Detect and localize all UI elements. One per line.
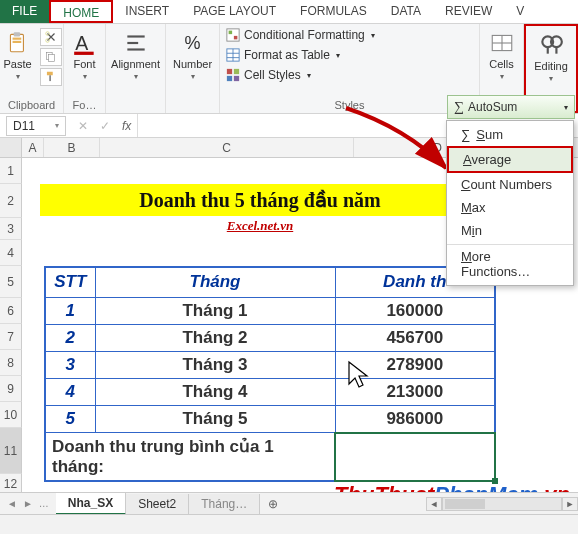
svg-rect-24 [227,76,232,81]
alignment-icon [123,30,149,56]
row-11[interactable]: 11 [0,428,22,474]
sheet-tabs: ◄ ► … Nha_SX Sheet2 Tháng… ⊕ ◄ ► [0,492,578,514]
sheet-nav-more[interactable]: … [36,498,52,509]
svg-rect-25 [234,76,239,81]
font-icon: A [72,30,98,56]
tab-page-layout[interactable]: PAGE LAYOUT [181,0,288,23]
conditional-formatting-button[interactable]: Conditional Formatting▾ [226,28,375,42]
sheet-nav-next[interactable]: ► [20,498,36,509]
brush-icon [44,70,58,84]
autosum-average[interactable]: Average [447,146,573,173]
svg-rect-23 [234,69,239,74]
scroll-thumb[interactable] [445,499,485,509]
chevron-down-icon: ▾ [134,72,138,81]
fx-icon: fx [116,119,137,133]
table-row: 1 Tháng 1 160000 [45,297,495,324]
status-bar [0,514,578,534]
group-number: % Number ▾ [166,24,220,113]
scroll-left-button[interactable]: ◄ [426,497,442,511]
svg-rect-17 [234,36,238,40]
col-a[interactable]: A [22,138,44,157]
tab-review[interactable]: REVIEW [433,0,504,23]
add-sheet-button[interactable]: ⊕ [260,497,286,511]
autosum-more[interactable]: More Functions… [447,244,573,283]
selected-cell-d11[interactable] [335,433,495,482]
chevron-down-icon: ▾ [371,31,375,40]
name-box[interactable]: D11 ▾ [6,116,66,136]
editing-label: Editing [534,60,568,72]
sheet-tab-3[interactable]: Tháng… [189,494,260,514]
svg-text:A: A [75,32,88,54]
col-c[interactable]: C [100,138,354,157]
autosum-sum[interactable]: ∑ Sum [447,123,573,146]
scroll-right-button[interactable]: ► [562,497,578,511]
cond-format-icon [226,28,240,42]
row-6[interactable]: 6 [0,298,22,324]
select-all[interactable] [0,138,22,157]
row-2[interactable]: 2 [0,184,22,218]
autosum-count[interactable]: Count Numbers [447,173,573,196]
tab-insert[interactable]: INSERT [113,0,181,23]
cell-styles-button[interactable]: Cell Styles▾ [226,68,311,82]
paste-icon [5,30,31,56]
chevron-down-icon: ▾ [55,121,59,130]
ribbon-tabs: FILE HOME INSERT PAGE LAYOUT FORMULAS DA… [0,0,578,24]
copy-button[interactable] [40,48,62,66]
col-b[interactable]: B [44,138,100,157]
row-4[interactable]: 4 [0,240,22,266]
table-row: 2 Tháng 2 456700 [45,324,495,351]
table-row: 5 Tháng 5 986000 [45,405,495,433]
row-1[interactable]: 1 [0,158,22,184]
svg-rect-1 [13,32,20,36]
sheet-tab-1[interactable]: Nha_SX [56,493,126,515]
tab-view[interactable]: V [504,0,536,23]
header-thang: Tháng [95,267,335,297]
format-painter-button[interactable] [40,68,62,86]
svg-rect-16 [229,31,233,35]
table-icon [226,48,240,62]
cells-icon [489,30,515,56]
row-3[interactable]: 3 [0,218,22,240]
group-clipboard: Paste ▾ Clipboard [0,24,64,113]
find-icon [538,32,564,58]
chevron-down-icon: ▾ [307,71,311,80]
row-5[interactable]: 5 [0,266,22,298]
svg-rect-8 [46,72,52,76]
subtitle-link: Excel.net.vn [40,218,480,234]
editing-button[interactable]: Editing ▾ [532,30,570,85]
row-9[interactable]: 9 [0,376,22,402]
horizontal-scrollbar[interactable]: ◄ ► [426,497,578,511]
footer-label[interactable]: Doanh thu trung bình của 1 tháng: [45,433,335,482]
alignment-button[interactable]: Alignment ▾ [109,28,162,83]
sheet-tab-2[interactable]: Sheet2 [126,494,189,514]
row-8[interactable]: 8 [0,350,22,376]
autosum-min[interactable]: Min [447,219,573,242]
tab-home[interactable]: HOME [49,0,113,23]
group-alignment: Alignment ▾ [106,24,166,113]
group-font: A Font ▾ Fo… [64,24,106,113]
svg-rect-11 [74,52,94,55]
paste-label: Paste [3,58,31,70]
row-12[interactable]: 12 [0,474,22,494]
chevron-down-icon: ▾ [564,103,568,112]
tab-file[interactable]: FILE [0,0,49,23]
font-button[interactable]: A Font ▾ [70,28,100,83]
chevron-down-icon: ▾ [191,72,195,81]
row-10[interactable]: 10 [0,402,22,428]
paste-button[interactable]: Paste ▾ [1,28,33,83]
svg-rect-7 [48,55,54,62]
number-button[interactable]: % Number ▾ [171,28,214,83]
svg-rect-3 [12,41,21,43]
row-7[interactable]: 7 [0,324,22,350]
autosum-max[interactable]: Max [447,196,573,219]
clipboard-label: Clipboard [8,97,55,111]
tab-formulas[interactable]: FORMULAS [288,0,379,23]
autosum-button[interactable]: ∑ AutoSum ▾ [447,95,575,119]
format-as-table-button[interactable]: Format as Table▾ [226,48,340,62]
tab-data[interactable]: DATA [379,0,433,23]
sheet-nav-prev[interactable]: ◄ [4,498,20,509]
copy-icon [44,50,58,64]
cut-button[interactable] [40,28,62,46]
cells-button[interactable]: Cells ▾ [487,28,517,83]
sigma-icon: ∑ [461,127,470,142]
